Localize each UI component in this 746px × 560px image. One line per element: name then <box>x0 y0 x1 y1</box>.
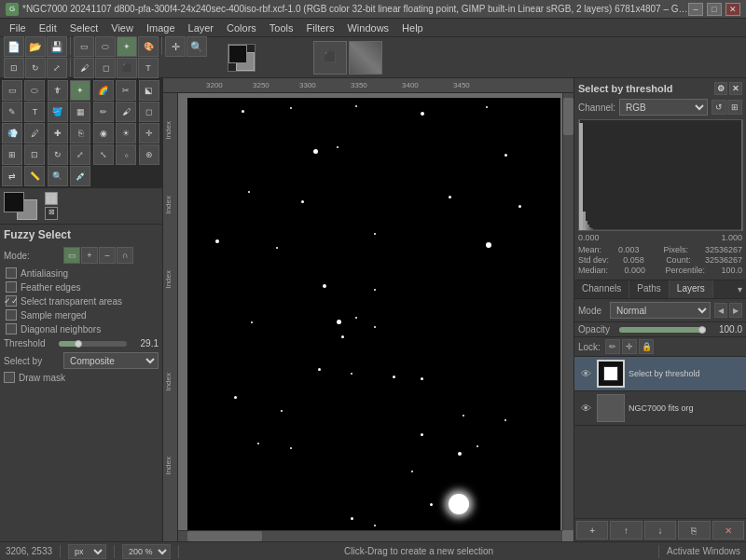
tool-paint[interactable]: 🖌 <box>74 58 94 78</box>
tool-icon-flip[interactable]: ⇄ <box>2 166 22 186</box>
tool-icon-eraser[interactable]: ◻ <box>139 102 159 122</box>
tool-icon-rotate[interactable]: ↻ <box>48 144 68 165</box>
tab-channels[interactable]: Channels <box>574 280 629 298</box>
tool-icon-ellipse-select[interactable]: ⬭ <box>24 80 45 101</box>
tool-icon-pencil[interactable]: ✏ <box>93 102 114 122</box>
zoom-select[interactable]: 200 % 100 % 50 % <box>122 544 171 559</box>
menu-view[interactable]: View <box>105 21 139 34</box>
tool-icon-rect-select[interactable]: ▭ <box>2 80 22 101</box>
lower-layer-btn[interactable]: ↓ <box>644 521 676 540</box>
tool-select-ellipse[interactable]: ⬭ <box>95 36 116 57</box>
tool-icon-by-color[interactable]: 🌈 <box>93 80 114 101</box>
mode-add-btn[interactable]: + <box>81 247 98 264</box>
menu-help[interactable]: Help <box>396 21 429 34</box>
reset-colors-btn[interactable]: ⊠ <box>45 207 58 220</box>
antialiasing-checkbox[interactable] <box>6 267 17 279</box>
menu-tools[interactable]: Tools <box>264 21 299 34</box>
select-by-dropdown[interactable]: Composite Red Green Blue <box>63 352 159 369</box>
tool-fill[interactable]: ⬛ <box>117 58 137 78</box>
tool-move[interactable]: ✛ <box>165 36 186 57</box>
tool-icon-paint[interactable]: 🖌 <box>116 102 136 122</box>
tool-icon-zoom[interactable]: 🔍 <box>48 166 68 186</box>
layer-mode-next-btn[interactable]: ▶ <box>729 303 742 318</box>
tool-icon-move[interactable]: ✛ <box>139 123 159 143</box>
raise-layer-btn[interactable]: ↑ <box>610 521 642 540</box>
tool-icon-blur[interactable]: ◉ <box>93 123 114 143</box>
layer-mode-select[interactable]: Normal Multiply Screen Overlay <box>610 302 711 319</box>
tool-new[interactable]: 📄 <box>4 36 24 57</box>
delete-layer-btn[interactable]: ✕ <box>712 521 744 540</box>
histogram-settings-btn[interactable]: ⚙ <box>714 82 727 95</box>
menu-image[interactable]: Image <box>141 21 181 34</box>
draw-mask-checkbox[interactable] <box>4 372 15 383</box>
tool-icon-gradient[interactable]: ▦ <box>70 102 90 122</box>
tool-fuzzy-select[interactable]: ✦ <box>117 36 137 57</box>
lock-all-btn[interactable]: 🔒 <box>639 339 654 354</box>
menu-colors[interactable]: Colors <box>221 21 262 34</box>
tool-icon-colorpick[interactable]: 💉 <box>70 166 90 186</box>
image-canvas[interactable] <box>187 98 560 541</box>
tool-select-rect[interactable]: ▭ <box>74 36 94 57</box>
layer-1-visibility-toggle[interactable]: 👁 <box>578 366 593 381</box>
canvas-content[interactable] <box>178 93 573 541</box>
tool-open[interactable]: 📂 <box>25 36 46 57</box>
tool-zoom[interactable]: 🔍 <box>186 36 207 57</box>
horizontal-scrollbar[interactable] <box>178 530 562 541</box>
vertical-scrollbar[interactable] <box>562 93 573 530</box>
tool-icon-perspective[interactable]: ⬦ <box>116 144 136 165</box>
menu-filters[interactable]: Filters <box>301 21 340 34</box>
mode-replace-btn[interactable]: ▭ <box>63 247 80 264</box>
channel-select[interactable]: RGB Red Green Blue <box>619 99 708 116</box>
mode-intersect-btn[interactable]: ∩ <box>117 247 133 264</box>
tool-icon-bucket[interactable]: 🪣 <box>48 102 68 122</box>
select-transparent-checkbox[interactable]: ✓ <box>6 295 17 307</box>
tool-icon-fuzzy[interactable]: ✦ <box>70 80 90 101</box>
histogram-log-btn[interactable]: ⊞ <box>727 100 742 115</box>
tool-icon-heal[interactable]: ✚ <box>48 123 68 143</box>
tab-layers[interactable]: Layers <box>670 280 713 298</box>
brush-preview[interactable] <box>349 41 382 75</box>
tool-eraser[interactable]: ◻ <box>95 58 116 78</box>
tool-icon-clone[interactable]: ⎘ <box>70 123 90 143</box>
tool-icon-transform[interactable]: ⊛ <box>139 144 159 165</box>
histogram-close-btn[interactable]: ✕ <box>729 82 742 95</box>
tool-icon-align[interactable]: ⊞ <box>2 144 22 165</box>
minimize-button[interactable]: – <box>688 3 703 16</box>
canvas-area[interactable]: 3200 3250 3300 3350 3400 3450 Index Inde… <box>163 78 573 541</box>
vertical-scroll-thumb[interactable] <box>563 98 573 135</box>
tool-icon-free-select[interactable]: 🗡 <box>48 80 68 101</box>
tab-paths[interactable]: Paths <box>629 280 670 298</box>
tool-icon-dodge[interactable]: ☀ <box>116 123 136 143</box>
menu-edit[interactable]: Edit <box>34 21 62 34</box>
duplicate-layer-btn[interactable]: ⎘ <box>678 521 710 540</box>
tool-icon-measure[interactable]: 📏 <box>24 166 45 186</box>
layer-item-1[interactable]: 👁 Select by threshold <box>574 357 746 391</box>
tool-text[interactable]: T <box>138 58 159 78</box>
mode-subtract-btn[interactable]: – <box>99 247 116 264</box>
swap-colors-btn[interactable]: ↑↓ <box>45 192 58 205</box>
menu-layer[interactable]: Layer <box>183 21 220 34</box>
tool-scale[interactable]: ⤢ <box>47 58 67 78</box>
unit-select[interactable]: px mm in <box>68 544 106 559</box>
tool-icon-paths[interactable]: ✎ <box>2 102 22 122</box>
tool-icon-fg-select[interactable]: ⬕ <box>139 80 159 101</box>
menu-select[interactable]: Select <box>64 21 104 34</box>
menu-file[interactable]: File <box>4 21 32 34</box>
menu-windows[interactable]: Windows <box>341 21 394 34</box>
tool-save[interactable]: 💾 <box>47 36 67 57</box>
lock-position-btn[interactable]: ✛ <box>622 339 637 354</box>
maximize-button[interactable]: □ <box>707 3 722 16</box>
tool-icon-shear[interactable]: ⤡ <box>93 144 114 165</box>
opacity-slider[interactable] <box>619 327 706 333</box>
layer-item-2[interactable]: 👁 NGC7000 fits org <box>574 391 746 426</box>
feather-edges-checkbox[interactable] <box>6 281 17 293</box>
sample-merged-checkbox[interactable] <box>6 309 17 321</box>
layers-panel-menu[interactable]: ▾ <box>733 280 746 298</box>
new-layer-btn[interactable]: + <box>576 521 608 540</box>
threshold-slider[interactable] <box>59 341 127 347</box>
tool-icon-airbrush[interactable]: 💨 <box>2 123 22 143</box>
foreground-color-box[interactable] <box>4 192 24 212</box>
layer-mode-prev-btn[interactable]: ◀ <box>714 303 727 318</box>
tool-select-color[interactable]: 🎨 <box>138 36 159 57</box>
foreground-color-swatch[interactable] <box>228 45 247 63</box>
